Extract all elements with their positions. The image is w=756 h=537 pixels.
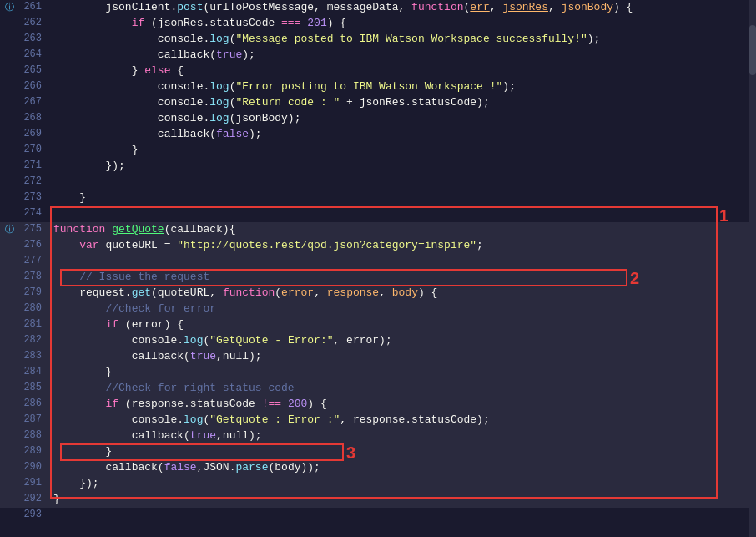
line-info-empty [0, 111, 18, 112]
line-content: jsonClient.post(urlToPostMessage, messag… [50, 0, 756, 14]
line-info-empty [0, 413, 18, 413]
line-number: 272 [18, 175, 50, 187]
code-line: 266 console.log("Error posting to IBM Wa… [0, 79, 756, 95]
line-info-empty [0, 79, 18, 80]
line-info-empty [0, 397, 18, 398]
line-number: 288 [18, 428, 50, 441]
line-info-empty [0, 48, 18, 48]
line-info-empty [0, 286, 18, 286]
line-info-icon: ⓘ [0, 222, 18, 236]
line-number: 263 [18, 32, 50, 44]
line-number: 286 [18, 397, 50, 409]
line-content: console.log("Return code : " + jsonRes.s… [50, 95, 756, 109]
line-info-empty [0, 159, 18, 160]
code-line: 272 [0, 175, 756, 190]
line-content: callback(false,JSON.parse(body)); [50, 460, 756, 474]
line-number: 266 [18, 79, 50, 92]
line-content: var quoteURL = "http://quotes.rest/qod.j… [50, 238, 756, 252]
line-info-empty [0, 365, 18, 366]
annotation-label-1: 1 [719, 206, 728, 225]
line-number: 278 [18, 270, 50, 282]
code-editor: ⓘ 261 jsonClient.post(urlToPostMessage, … [0, 0, 756, 537]
code-line: 291 }); [0, 476, 756, 492]
line-number: 284 [18, 365, 50, 377]
line-number: 262 [18, 16, 50, 28]
annotation-label-3: 3 [346, 443, 355, 463]
code-line: 271 }); [0, 159, 756, 175]
code-line: 268 console.log(jsonBody); [0, 111, 756, 127]
line-info-empty [0, 349, 18, 350]
line-info-empty [0, 206, 18, 207]
vertical-scrollbar[interactable] [749, 0, 756, 537]
line-info-empty [0, 190, 18, 191]
code-line: 267 console.log("Return code : " + jsonR… [0, 95, 756, 111]
line-info-empty [0, 32, 18, 33]
code-line: 283 callback(true,null); [0, 349, 756, 365]
code-line: 292 } [0, 492, 756, 508]
line-number: 269 [18, 127, 50, 139]
line-content: } [50, 143, 756, 157]
line-number: 267 [18, 95, 50, 108]
code-line: 286 if (response.statusCode !== 200) { [0, 397, 756, 413]
code-line-highlighted: ⓘ 275 function getQuote(callback){ [0, 222, 756, 238]
line-content: callback(true,null); [50, 428, 756, 443]
line-number: 282 [18, 333, 50, 346]
line-number: 283 [18, 349, 50, 362]
code-line: 263 console.log("Message posted to IBM W… [0, 32, 756, 48]
code-line: 278 // Issue the request [0, 270, 756, 286]
line-number: 274 [18, 206, 50, 219]
line-content: request.get(quoteURL, function(error, re… [50, 286, 756, 300]
code-line: 279 request.get(quoteURL, function(error… [0, 286, 756, 301]
line-number: 291 [18, 476, 50, 489]
code-line: 262 if (jsonRes.statusCode === 201) { [0, 16, 756, 32]
code-line: 284 } [0, 365, 756, 381]
line-info-empty [0, 317, 18, 318]
line-info-empty [0, 333, 18, 334]
line-number: 270 [18, 143, 50, 155]
line-number: 276 [18, 238, 50, 251]
line-content: if (jsonRes.statusCode === 201) { [50, 16, 756, 30]
line-info-empty [0, 127, 18, 128]
code-line: 276 var quoteURL = "http://quotes.rest/q… [0, 238, 756, 254]
code-line: 287 console.log("Getquote : Error :", re… [0, 413, 756, 428]
code-line: 280 //check for error [0, 301, 756, 317]
line-content: console.log("GetQuote - Error:", error); [50, 333, 756, 347]
line-info-icon: ⓘ [0, 0, 18, 13]
line-content: //Check for right status code [50, 381, 756, 395]
line-number: 293 [18, 508, 50, 520]
line-number: 289 [18, 444, 50, 457]
line-number: 292 [18, 492, 50, 504]
line-info-empty [0, 238, 18, 239]
line-number: 281 [18, 317, 50, 330]
code-line: 264 callback(true); [0, 48, 756, 63]
code-line: 288 callback(true,null); [0, 428, 756, 444]
line-number: 285 [18, 381, 50, 393]
line-content: } [50, 190, 756, 205]
line-content: if (response.statusCode !== 200) { [50, 397, 756, 411]
scrollbar-thumb[interactable] [749, 25, 756, 75]
line-number: 277 [18, 254, 50, 266]
line-content [50, 254, 756, 256]
code-line: 282 console.log("GetQuote - Error:", err… [0, 333, 756, 349]
line-content: }); [50, 159, 756, 173]
line-number: 261 [18, 0, 50, 13]
line-content: console.log(jsonBody); [50, 111, 756, 125]
line-number: 275 [18, 222, 50, 235]
line-content: //check for error [50, 301, 756, 316]
code-area: ⓘ 261 jsonClient.post(urlToPostMessage, … [0, 0, 756, 524]
line-content: callback(false); [50, 127, 756, 141]
code-line: 285 //Check for right status code [0, 381, 756, 397]
code-line: 289 } [0, 444, 756, 460]
line-content [50, 508, 756, 509]
line-info-empty [0, 460, 18, 461]
annotation-label-2: 2 [630, 269, 639, 288]
code-line: 269 callback(false); [0, 127, 756, 143]
line-number: 290 [18, 460, 50, 473]
line-number: 273 [18, 190, 50, 203]
code-line: 290 callback(false,JSON.parse(body)); [0, 460, 756, 476]
line-info-empty [0, 143, 18, 144]
line-content: if (error) { [50, 317, 756, 332]
code-line: 281 if (error) { [0, 317, 756, 333]
line-content [50, 175, 756, 176]
line-content: console.log("Message posted to IBM Watso… [50, 32, 756, 46]
